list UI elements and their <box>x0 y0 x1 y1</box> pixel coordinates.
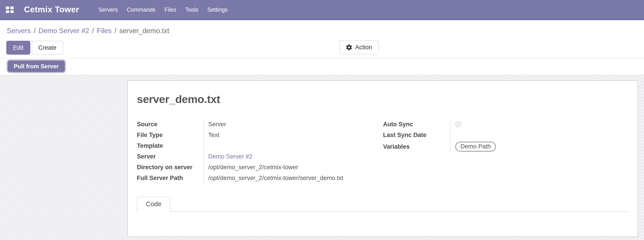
field-row-template: Template <box>137 140 383 151</box>
field-value-last-sync-date <box>450 130 628 140</box>
content-area: server_demo.txt Source Server File Type … <box>0 75 644 240</box>
field-label-last-sync-date: Last Sync Date <box>383 130 450 140</box>
action-menu-label: Action <box>355 44 372 51</box>
field-label-server: Server <box>137 151 203 162</box>
tab-code[interactable]: Code <box>137 197 170 212</box>
field-value-auto-sync <box>450 119 628 130</box>
field-value-file-type: Text <box>203 130 383 140</box>
server-link[interactable]: Demo Server #2 <box>208 153 252 160</box>
menu-item-tools[interactable]: Tools <box>181 0 203 19</box>
breadcrumb-current-file: server_demo.txt <box>120 27 169 35</box>
apps-menu-icon[interactable] <box>6 6 14 13</box>
breadcrumb-link-servers[interactable]: Servers <box>7 27 31 35</box>
statusbar-row: Pull from Server <box>0 58 644 75</box>
create-button[interactable]: Create <box>32 41 63 55</box>
field-label-full-path: Full Server Path <box>137 173 203 183</box>
apps-menu-icon-dot <box>10 6 14 9</box>
top-navbar: Cetmix Tower Servers Commands Files Tool… <box>0 0 644 20</box>
breadcrumb: Servers / Demo Server #2 / Files / serve… <box>7 27 169 35</box>
field-row-full-path: Full Server Path /opt/demo_server_2/cetm… <box>137 173 383 183</box>
field-label-variables: Variables <box>383 140 450 153</box>
menu-item-files[interactable]: Files <box>160 0 181 19</box>
field-groups: Source Server File Type Text Template Se… <box>137 119 628 183</box>
field-row-source: Source Server <box>137 119 383 130</box>
field-label-auto-sync: Auto Sync <box>383 119 450 130</box>
control-panel-buttons: Edit Create Action <box>0 40 644 58</box>
menu-item-servers[interactable]: Servers <box>94 0 122 19</box>
file-title: server_demo.txt <box>137 93 628 106</box>
apps-menu-icon-dot <box>6 10 9 13</box>
field-value-directory: /opt/demo_server_2/cetmix-tower <box>203 162 383 173</box>
edit-button[interactable]: Edit <box>6 41 30 55</box>
pull-from-server-button[interactable]: Pull from Server <box>8 60 65 72</box>
field-label-source: Source <box>137 119 203 130</box>
field-value-variables: Demo Path <box>450 140 628 153</box>
notebook-tab-header: Code <box>137 197 628 212</box>
apps-menu-icon-dot <box>6 6 9 9</box>
apps-menu-icon-dot <box>10 10 14 13</box>
field-label-template: Template <box>137 140 203 151</box>
breadcrumb-link-files[interactable]: Files <box>97 27 112 35</box>
breadcrumb-separator: / <box>112 27 120 35</box>
field-row-directory: Directory on server /opt/demo_server_2/c… <box>137 162 383 173</box>
field-value-template <box>203 140 383 151</box>
menu-item-commands[interactable]: Commands <box>122 0 160 19</box>
main-menu: Servers Commands Files Tools Settings <box>94 0 232 19</box>
field-row-server: Server Demo Server #2 <box>137 151 383 162</box>
field-row-last-sync-date: Last Sync Date <box>383 130 628 140</box>
breadcrumb-link-demo-server-2[interactable]: Demo Server #2 <box>38 27 89 35</box>
breadcrumb-separator: / <box>31 27 38 35</box>
auto-sync-checkbox[interactable] <box>455 121 461 127</box>
field-value-full-path: /opt/demo_server_2/cetmix-tower/server_d… <box>203 173 383 183</box>
field-row-auto-sync: Auto Sync <box>383 119 628 130</box>
field-value-server: Demo Server #2 <box>203 151 383 162</box>
menu-item-settings[interactable]: Settings <box>203 0 232 19</box>
action-menu-button[interactable]: Action <box>339 40 379 54</box>
field-row-variables: Variables Demo Path <box>383 140 628 153</box>
field-label-file-type: File Type <box>137 130 203 140</box>
field-value-source: Server <box>203 119 383 130</box>
field-group-left: Source Server File Type Text Template Se… <box>137 119 383 183</box>
field-label-directory: Directory on server <box>137 162 203 173</box>
field-group-right: Auto Sync Last Sync Date Variables Demo … <box>383 119 628 183</box>
breadcrumb-separator: / <box>89 27 97 35</box>
app-brand-title: Cetmix Tower <box>24 5 79 14</box>
gear-icon <box>346 44 352 50</box>
variable-tag-demo-path: Demo Path <box>455 142 496 152</box>
form-sheet: server_demo.txt Source Server File Type … <box>128 80 638 237</box>
field-row-file-type: File Type Text <box>137 130 383 140</box>
breadcrumb-row: Servers / Demo Server #2 / Files / serve… <box>0 20 644 40</box>
